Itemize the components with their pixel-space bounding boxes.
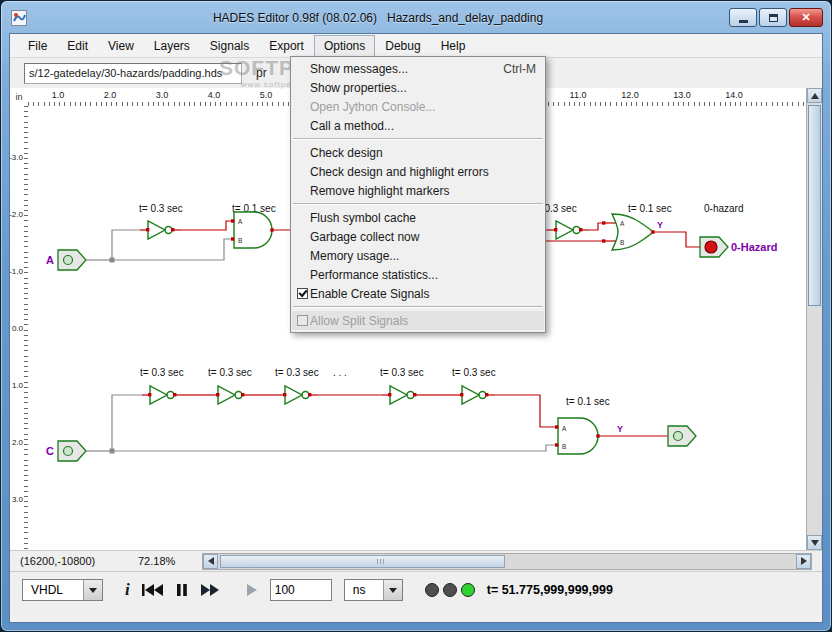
inverter-gate[interactable] [382,386,423,404]
wire[interactable] [112,239,234,260]
menu-help[interactable]: Help [431,35,476,57]
menu-item-show-messages[interactable]: Show messages... Ctrl-M [292,59,544,78]
time-unit-button[interactable] [383,580,402,600]
v-ruler-label: 1.0 [12,381,23,390]
hazard-output-port[interactable] [700,237,728,257]
h-ruler-label: 4.0 [208,90,221,100]
step-button[interactable] [246,582,258,598]
input-port-c[interactable] [58,441,86,461]
vertical-scrollbar[interactable] [806,88,822,550]
language-select[interactable]: VHDL [22,579,103,601]
menu-layers[interactable]: Layers [144,35,200,57]
menu-separator [293,306,543,308]
ruler-unit-label: in [10,88,29,107]
chevron-down-icon [89,588,97,593]
v-ruler-label: 0.0 [12,324,23,333]
wire[interactable] [589,223,604,230]
time-unit-select[interactable]: ns [344,579,403,601]
play-icon [246,583,258,597]
pause-button[interactable] [176,582,188,598]
scroll-down-button[interactable] [807,535,822,550]
h-ruler-label: 14.0 [725,90,743,100]
simulation-steps-input[interactable] [270,579,332,601]
v-ruler-label: 3.0 [12,495,23,504]
fast-forward-button[interactable] [200,582,220,598]
inverter-gate[interactable] [210,386,251,404]
status-led-off-icon [425,583,439,597]
svg-text:A: A [238,218,243,225]
scroll-right-button[interactable] [796,554,811,569]
menu-signals[interactable]: Signals [200,35,259,57]
vertical-scroll-track[interactable] [807,103,822,535]
wire[interactable] [495,395,558,427]
menu-item-enable-create-signals[interactable]: Enable Create Signals [292,284,544,303]
wire[interactable] [181,221,234,230]
status-led-off-icon [443,583,457,597]
delay-label: t= 0.3 sec [139,203,183,214]
status-led-running-icon [461,583,475,597]
h-ruler-label: 2.0 [104,90,117,100]
inverter-gate[interactable] [277,386,318,404]
input-port-a[interactable] [58,250,86,270]
h-ruler-label: 12.0 [621,90,639,100]
wire[interactable] [112,395,142,451]
arrow-left-icon [208,557,214,565]
menu-view[interactable]: View [98,35,144,57]
port-c-label: C [46,445,54,457]
arrow-down-icon [811,540,819,546]
inverter-gate[interactable] [140,221,181,239]
menu-file[interactable]: File [18,35,57,57]
wire[interactable] [112,230,140,260]
checked-checkbox-icon[interactable] [295,287,310,300]
menu-item-show-properties[interactable]: Show properties... [292,78,544,97]
h-ruler-label: 3.0 [156,90,169,100]
delay-label: t= 0.3 sec [380,367,424,378]
pause-icon [176,583,188,597]
or-gate[interactable]: A B [602,214,655,250]
info-icon[interactable]: i [125,580,130,600]
menu-debug[interactable]: Debug [375,35,430,57]
title-bar[interactable]: HADES Editor 0.98f (08.02.06) Hazards_an… [11,5,823,30]
delay-label: t= 0.3 sec [208,367,252,378]
menu-item-remove-highlight-markers[interactable]: Remove highlight markers [292,181,544,200]
menu-item-flush-symbol-cache[interactable]: Flush symbol cache [292,208,544,227]
horizontal-scrollbar[interactable] [202,553,812,570]
status-bar: (16200,-10800) 72.18% [10,550,822,571]
close-button[interactable]: ✕ [789,8,823,27]
minimize-button[interactable] [729,8,757,27]
menu-options[interactable]: Options [314,35,375,57]
horizontal-scroll-track[interactable] [218,554,796,569]
unchecked-checkbox-icon [295,314,310,327]
menu-item-check-design[interactable]: Check design [292,143,544,162]
inverter-gate[interactable] [454,386,495,404]
menu-item-garbage-collect-now[interactable]: Garbage collect now [292,227,544,246]
maximize-icon [769,14,778,22]
menu-item-check-design-highlight-errors[interactable]: Check design and highlight errors [292,162,544,181]
menu-item-memory-usage[interactable]: Memory usage... [292,246,544,265]
maximize-button[interactable] [759,8,787,27]
and-gate-bottom[interactable]: A B [555,418,600,454]
menu-separator [293,203,543,205]
fast-forward-icon [200,583,220,597]
time-unit-value: ns [345,580,383,600]
output-port-y[interactable] [668,426,696,446]
menu-export[interactable]: Export [259,35,314,57]
svg-text:B: B [562,443,566,450]
vertical-scroll-thumb[interactable] [808,105,821,306]
menu-item-performance-statistics[interactable]: Performance statistics... [292,265,544,284]
menu-edit[interactable]: Edit [57,35,98,57]
language-select-button[interactable] [83,580,102,600]
inverter-gate[interactable] [142,386,183,404]
h-ruler-label: 1.0 [52,90,65,100]
or-output-label: Y [657,220,663,230]
scroll-up-button[interactable] [807,88,822,103]
and-gate-top[interactable]: A B [231,212,274,248]
inverter-gate[interactable] [548,221,589,239]
horizontal-scroll-thumb[interactable] [220,555,505,568]
wire[interactable] [112,445,558,451]
scroll-left-button[interactable] [203,554,218,569]
wire[interactable] [653,232,700,247]
rewind-button[interactable] [142,582,164,598]
menu-item-call-a-method[interactable]: Call a method... [292,116,544,135]
file-path-input[interactable] [24,63,242,84]
